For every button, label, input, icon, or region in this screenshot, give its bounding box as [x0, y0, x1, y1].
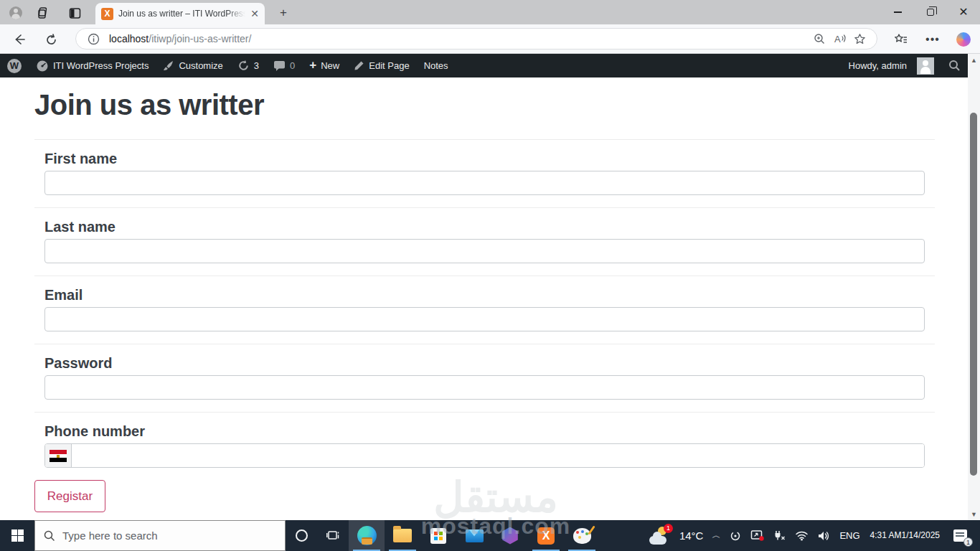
email-input[interactable]: [44, 307, 925, 331]
weather-badge: 1: [664, 524, 673, 533]
read-aloud-icon[interactable]: A: [829, 30, 849, 47]
screen-share-button[interactable]: [746, 520, 768, 551]
divider: [34, 412, 935, 413]
page-content: Join us as writter First name Last name …: [0, 77, 968, 520]
register-button[interactable]: Registar: [34, 480, 105, 512]
favorite-star-icon[interactable]: [849, 30, 870, 47]
edge-icon: [357, 526, 377, 545]
cortana-icon: [296, 529, 308, 542]
edit-page-label: Edit Page: [369, 60, 409, 71]
copilot-orb: [956, 32, 971, 47]
svg-text:A: A: [834, 34, 841, 44]
screen-share-icon: [750, 529, 764, 542]
comments-menu[interactable]: 0: [266, 54, 302, 77]
minimize-button[interactable]: [881, 0, 914, 24]
favorites-bar-icon[interactable]: [892, 31, 910, 48]
taskbar-file-explorer-button[interactable]: [385, 520, 420, 551]
back-button[interactable]: [11, 31, 28, 48]
my-account-menu[interactable]: Howdy, admin: [842, 54, 941, 77]
split-screen-icon[interactable]: [67, 5, 83, 21]
address-bar[interactable]: localhost/itiwp/join-us-as-writter/ A: [75, 28, 877, 50]
close-button[interactable]: ✕: [947, 0, 980, 24]
notes-label: Notes: [424, 60, 448, 71]
admin-search-button[interactable]: [941, 54, 968, 77]
egypt-flag-icon: [50, 450, 67, 462]
copilot-icon[interactable]: [954, 31, 973, 48]
scroll-down-arrow[interactable]: ▼: [968, 508, 980, 520]
url-text: localhost/itiwp/join-us-as-writter/: [109, 33, 809, 44]
brush-icon: [588, 525, 595, 534]
admin-bar-right: Howdy, admin: [842, 54, 968, 77]
phone-number-label: Phone number: [44, 423, 145, 440]
site-name-label: ITI WordPress Projects: [53, 60, 149, 71]
updates-menu[interactable]: 3: [230, 54, 266, 77]
wifi-button[interactable]: [791, 520, 813, 551]
task-view-button[interactable]: [317, 520, 349, 551]
notes-menu[interactable]: Notes: [417, 54, 456, 77]
taskbar-search[interactable]: Type here to search: [34, 520, 286, 551]
tab-title: Join us as writter – ITI WordPress: [118, 9, 245, 19]
divider: [34, 276, 935, 276]
last-name-input[interactable]: [44, 239, 925, 263]
browser-titlebar: X Join us as writter – ITI WordPress ✕ +…: [0, 0, 980, 24]
site-info-icon[interactable]: [83, 30, 103, 47]
action-center-button[interactable]: 1: [946, 520, 974, 551]
edit-page-menu[interactable]: Edit Page: [347, 54, 416, 77]
page-scrollbar[interactable]: ▲ ▼: [968, 54, 980, 520]
customize-menu[interactable]: Customize: [156, 54, 230, 77]
window-controls: ✕: [881, 0, 980, 24]
password-input[interactable]: [44, 375, 925, 400]
dashboard-gauge-icon: [36, 60, 49, 72]
wp-logo-menu[interactable]: W: [0, 54, 29, 77]
scroll-up-arrow[interactable]: ▲: [968, 54, 980, 66]
first-name-label: First name: [44, 151, 117, 167]
customize-label: Customize: [179, 60, 222, 71]
language-indicator[interactable]: ENG: [835, 520, 864, 551]
close-icon: ✕: [958, 6, 968, 18]
site-name-menu[interactable]: ITI WordPress Projects: [29, 54, 156, 77]
first-name-input[interactable]: [44, 171, 925, 195]
browser-window: X Join us as writter – ITI WordPress ✕ +…: [0, 0, 980, 551]
refresh-button[interactable]: [42, 31, 60, 48]
tab-close-icon[interactable]: ✕: [250, 8, 259, 19]
hidden-icons-button[interactable]: ︿: [707, 520, 725, 551]
mostaql-watermark-domain: mostaql.com: [420, 513, 571, 540]
temperature-display[interactable]: 14°C: [675, 520, 708, 551]
new-content-menu[interactable]: + New: [302, 54, 347, 77]
country-flag-selector[interactable]: [45, 444, 72, 467]
battery-plug-icon: [773, 530, 786, 541]
power-status-button[interactable]: [768, 520, 791, 551]
paintbrush-icon: [163, 60, 174, 72]
phone-number-input[interactable]: [72, 444, 924, 467]
wp-admin-bar: W ITI WordPress Projects Customize 3 0 +…: [0, 54, 968, 77]
briefcase-overlay-icon: [362, 537, 372, 545]
wordpress-logo-icon: W: [7, 59, 22, 73]
minimize-icon: [894, 11, 902, 13]
start-button[interactable]: [0, 520, 34, 551]
cortana-button[interactable]: [286, 520, 317, 551]
clock-date: 1/14/2025: [902, 530, 940, 541]
zoom-icon[interactable]: [809, 30, 829, 47]
clock[interactable]: 4:31 AM 1/14/2025: [864, 520, 946, 551]
url-path: /itiwp/join-us-as-writter/: [149, 33, 251, 44]
paint-icon: [573, 528, 591, 544]
taskbar-edge-button[interactable]: [349, 520, 385, 551]
user-avatar: [917, 57, 934, 75]
browser-tab[interactable]: X Join us as writter – ITI WordPress ✕: [95, 3, 265, 24]
weather-button[interactable]: 1: [645, 520, 675, 551]
new-tab-button[interactable]: +: [276, 6, 291, 20]
speaker-icon: [817, 530, 831, 542]
restore-icon: [927, 9, 934, 16]
restore-button[interactable]: [914, 0, 947, 24]
profile-icon[interactable]: [8, 5, 24, 21]
settings-menu-icon[interactable]: •••: [923, 31, 942, 48]
system-tray: 1 14°C ︿ ENG 4:31 AM 1/14/20: [645, 520, 980, 551]
wifi-icon: [795, 530, 809, 541]
scrollbar-thumb[interactable]: [970, 113, 977, 476]
workspaces-icon[interactable]: [35, 5, 51, 21]
page-title: Join us as writter: [34, 89, 264, 121]
comments-bubble-icon: [273, 60, 286, 72]
cloud-icon: [649, 536, 666, 545]
meet-now-button[interactable]: [725, 520, 746, 551]
volume-button[interactable]: [813, 520, 835, 551]
